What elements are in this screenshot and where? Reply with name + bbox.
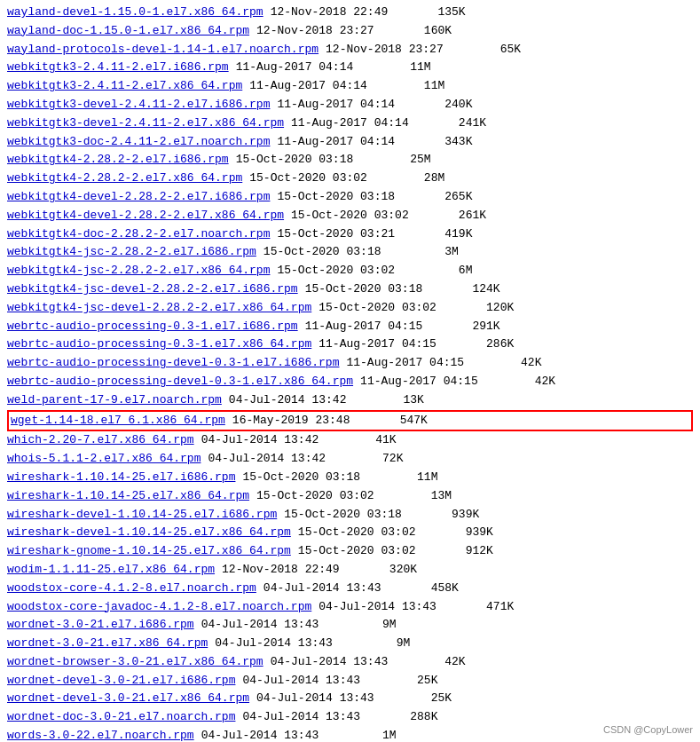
- file-meta: 04-Jul-2014 13:4325K: [242, 672, 437, 691]
- file-size: 25K: [398, 690, 452, 708]
- file-date: 15-Oct-2020 03:02: [256, 487, 398, 506]
- file-meta: 04-Jul-2014 13:4213K: [229, 391, 424, 410]
- file-date: 15-Oct-2020 03:02: [277, 262, 419, 280]
- file-size: 3M: [405, 243, 459, 262]
- file-meta: 04-Jul-2014 13:43458K: [263, 580, 459, 598]
- file-date: 15-Oct-2020 03:18: [242, 469, 384, 487]
- file-size: 547K: [374, 412, 428, 430]
- watermark: CSDN @CopyLower: [603, 724, 693, 735]
- file-date: 04-Jul-2014 13:43: [242, 672, 384, 691]
- file-link[interactable]: webrtc-audio-processing-0.3-1.el7.x86_64…: [7, 335, 311, 354]
- file-link[interactable]: woodstox-core-javadoc-4.1.2-8.el7.noarch…: [7, 598, 311, 617]
- file-link[interactable]: woodstox-core-4.1.2-8.el7.noarch.rpm: [7, 580, 256, 598]
- table-row: wordnet-devel-3.0-21.el7.x86_64.rpm04-Ju…: [7, 690, 693, 708]
- table-row: webkitgtk3-devel-2.4.11-2.el7.x86_64.rpm…: [7, 114, 693, 133]
- file-meta: 04-Jul-2014 13:4272K: [208, 450, 403, 469]
- file-size: 471K: [460, 598, 514, 617]
- file-link[interactable]: webkitgtk4-2.28.2-2.el7.x86_64.rpm: [7, 170, 242, 188]
- table-row: wget-1.14-18.el7_6.1.x86_64.rpm16-May-20…: [7, 410, 693, 432]
- file-size: 419K: [419, 225, 472, 244]
- file-size: 912K: [440, 542, 493, 561]
- file-link[interactable]: webkitgtk3-devel-2.4.11-2.el7.i686.rpm: [7, 96, 270, 114]
- file-meta: 11-Aug-2017 04:14240K: [277, 96, 472, 114]
- table-row: webkitgtk3-doc-2.4.11-2.el7.noarch.rpm11…: [7, 133, 693, 152]
- table-row: wordnet-3.0-21.el7.x86_64.rpm04-Jul-2014…: [7, 635, 693, 653]
- file-size: 25M: [378, 151, 431, 170]
- file-link[interactable]: webkitgtk4-jsc-devel-2.28.2-2.el7.i686.r…: [7, 280, 298, 299]
- file-link[interactable]: webkitgtk4-devel-2.28.2-2.el7.i686.rpm: [7, 188, 270, 207]
- table-row: webkitgtk4-devel-2.28.2-2.el7.i686.rpm15…: [7, 188, 693, 207]
- table-row: webrtc-audio-processing-0.3-1.el7.i686.r…: [7, 318, 693, 336]
- table-row: woodstox-core-4.1.2-8.el7.noarch.rpm04-J…: [7, 580, 693, 598]
- file-link[interactable]: whois-5.1.1-2.el7.x86_64.rpm: [7, 450, 201, 469]
- file-link[interactable]: wordnet-doc-3.0-21.el7.noarch.rpm: [7, 708, 235, 727]
- file-link[interactable]: which-2.20-7.el7.x86_64.rpm: [7, 431, 194, 450]
- file-size: 241K: [433, 114, 486, 133]
- file-meta: 04-Jul-2014 13:4241K: [201, 431, 397, 450]
- file-size: 11M: [391, 77, 444, 96]
- file-list: wayland-devel-1.15.0-1.el7.x86_64.rpm12-…: [0, 0, 700, 742]
- file-date: 15-Oct-2020 03:02: [298, 542, 440, 561]
- file-size: 343K: [419, 133, 472, 152]
- file-meta: 04-Jul-2014 13:43471K: [319, 598, 514, 617]
- file-link[interactable]: webrtc-audio-processing-0.3-1.el7.i686.r…: [7, 318, 298, 336]
- file-link[interactable]: webkitgtk4-devel-2.28.2-2.el7.x86_64.rpm: [7, 207, 284, 225]
- table-row: webkitgtk4-jsc-devel-2.28.2-2.el7.x86_64…: [7, 299, 693, 318]
- file-date: 11-Aug-2017 04:14: [249, 77, 391, 96]
- table-row: webkitgtk4-jsc-2.28.2-2.el7.x86_64.rpm15…: [7, 262, 693, 280]
- file-link[interactable]: webkitgtk4-jsc-devel-2.28.2-2.el7.x86_64…: [7, 299, 311, 318]
- file-meta: 15-Oct-2020 03:02261K: [291, 207, 486, 225]
- file-size: 124K: [447, 280, 500, 299]
- file-link[interactable]: webkitgtk3-doc-2.4.11-2.el7.noarch.rpm: [7, 133, 270, 152]
- file-link[interactable]: wireshark-1.10.14-25.el7.x86_64.rpm: [7, 487, 249, 506]
- file-link[interactable]: wayland-doc-1.15.0-1.el7.x86_64.rpm: [7, 22, 249, 41]
- file-link[interactable]: wayland-devel-1.15.0-1.el7.x86_64.rpm: [7, 4, 263, 22]
- file-link[interactable]: webrtc-audio-processing-devel-0.3-1.el7.…: [7, 354, 339, 373]
- table-row: wordnet-doc-3.0-21.el7.noarch.rpm04-Jul-…: [7, 708, 693, 727]
- file-link[interactable]: webkitgtk4-doc-2.28.2-2.el7.noarch.rpm: [7, 225, 270, 244]
- file-link[interactable]: wget-1.14-18.el7_6.1.x86_64.rpm: [11, 412, 225, 430]
- file-date: 15-Oct-2020 03:18: [284, 506, 426, 525]
- file-meta: 15-Oct-2020 03:02912K: [298, 542, 493, 561]
- table-row: webkitgtk4-2.28.2-2.el7.x86_64.rpm15-Oct…: [7, 170, 693, 188]
- file-size: 11M: [384, 469, 437, 487]
- file-link[interactable]: webrtc-audio-processing-devel-0.3-1.el7.…: [7, 373, 353, 391]
- file-link[interactable]: webkitgtk3-2.4.11-2.el7.i686.rpm: [7, 59, 229, 77]
- file-meta: 15-Oct-2020 03:0213M: [256, 487, 452, 506]
- file-meta: 11-Aug-2017 04:15286K: [319, 335, 514, 354]
- file-size: 240K: [419, 96, 472, 114]
- file-link[interactable]: webkitgtk4-jsc-2.28.2-2.el7.x86_64.rpm: [7, 262, 270, 280]
- file-link[interactable]: wireshark-devel-1.10.14-25.el7.x86_64.rp…: [7, 524, 291, 542]
- file-link[interactable]: webkitgtk3-devel-2.4.11-2.el7.x86_64.rpm: [7, 114, 284, 133]
- file-link[interactable]: webkitgtk4-jsc-2.28.2-2.el7.i686.rpm: [7, 243, 256, 262]
- file-size: 286K: [460, 335, 514, 354]
- file-size: 1M: [343, 727, 397, 742]
- file-link[interactable]: wordnet-devel-3.0-21.el7.i686.rpm: [7, 672, 235, 691]
- file-meta: 04-Jul-2014 13:4325K: [256, 690, 452, 708]
- file-link[interactable]: webkitgtk3-2.4.11-2.el7.x86_64.rpm: [7, 77, 242, 96]
- file-date: 11-Aug-2017 04:14: [291, 114, 433, 133]
- file-size: 13M: [398, 487, 452, 506]
- file-date: 11-Aug-2017 04:14: [277, 133, 419, 152]
- file-link[interactable]: wordnet-3.0-21.el7.x86_64.rpm: [7, 635, 208, 653]
- file-link[interactable]: wordnet-3.0-21.el7.i686.rpm: [7, 616, 194, 635]
- file-date: 12-Nov-2018 23:27: [326, 41, 468, 59]
- file-link[interactable]: wodim-1.1.11-25.el7.x86_64.rpm: [7, 561, 215, 580]
- file-date: 15-Oct-2020 03:02: [291, 207, 433, 225]
- file-date: 15-Oct-2020 03:18: [277, 188, 419, 207]
- file-link[interactable]: wireshark-gnome-1.10.14-25.el7.x86_64.rp…: [7, 542, 291, 561]
- file-size: 939K: [440, 524, 493, 542]
- table-row: woodstox-core-javadoc-4.1.2-8.el7.noarch…: [7, 598, 693, 617]
- table-row: webkitgtk4-2.28.2-2.el7.i686.rpm15-Oct-2…: [7, 151, 693, 170]
- file-meta: 12-Nov-2018 22:49135K: [271, 4, 466, 22]
- file-link[interactable]: wireshark-1.10.14-25.el7.i686.rpm: [7, 469, 235, 487]
- file-link[interactable]: wayland-protocols-devel-1.14-1.el7.noarc…: [7, 41, 319, 59]
- file-link[interactable]: wireshark-devel-1.10.14-25.el7.i686.rpm: [7, 506, 277, 525]
- file-date: 04-Jul-2014 13:43: [271, 653, 413, 672]
- file-link[interactable]: words-3.0-22.el7.noarch.rpm: [7, 727, 194, 742]
- file-link[interactable]: webkitgtk4-2.28.2-2.el7.i686.rpm: [7, 151, 229, 170]
- file-date: 11-Aug-2017 04:15: [319, 335, 460, 354]
- file-link[interactable]: wordnet-browser-3.0-21.el7.x86_64.rpm: [7, 653, 263, 672]
- file-link[interactable]: wordnet-devel-3.0-21.el7.x86_64.rpm: [7, 690, 249, 708]
- file-link[interactable]: weld-parent-17-9.el7.noarch.rpm: [7, 391, 222, 410]
